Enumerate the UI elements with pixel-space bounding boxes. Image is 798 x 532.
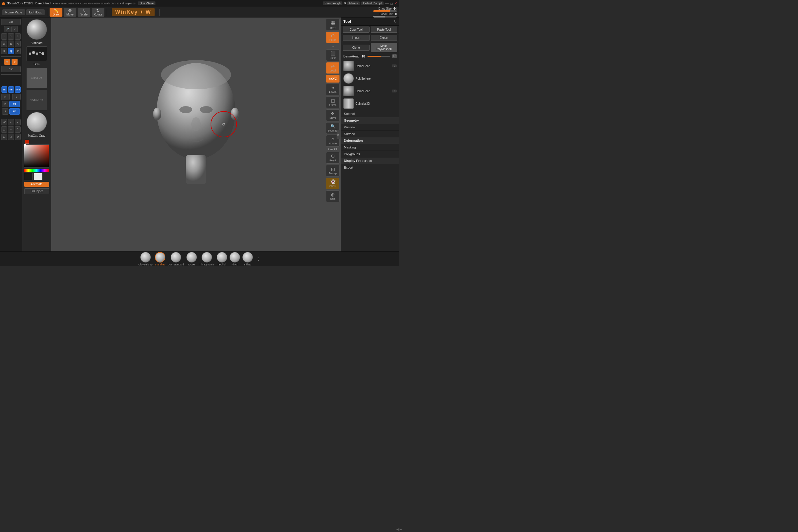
menu-item-display-properties[interactable]: Display Properties [341,157,399,164]
menus-btn[interactable]: Menus [347,1,360,5]
subtool-item-demohead2[interactable]: DemoHead 2 [342,85,398,97]
brush-item-inflate[interactable]: Inflate [242,252,253,266]
alternate-btn[interactable]: Alternate [24,182,49,187]
maximize-icon[interactable]: □ [391,1,393,5]
key-windows[interactable]: ⊞ [1,134,7,140]
key-x[interactable]: X [1,48,7,54]
key-ctrl[interactable]: ctrl [8,86,14,93]
hue-bar[interactable] [24,169,49,172]
menu-item-masking[interactable]: Masking [341,144,399,151]
key-s[interactable]: S [12,94,21,100]
key-diagonal[interactable]: ⟋ [12,26,18,32]
brush-item-claybuildup[interactable]: ClayBuildup [138,252,153,266]
right-panel-refresh-icon[interactable]: ↻ [394,20,397,24]
key-1[interactable]: 1 [1,33,7,40]
focal-shift-value[interactable]: 0 [395,13,397,16]
focal-shift-slider[interactable] [373,16,397,18]
menu-item-subtool[interactable]: Subtool [341,111,399,117]
key-f[interactable]: F [2,108,8,115]
viewport-toggle-right[interactable]: ▶ [337,130,341,139]
floor-btn[interactable]: ⬛ Floor [326,49,340,61]
key-f4[interactable]: F4 [10,101,20,107]
brush-item-pinch[interactable]: Pinch [230,252,240,266]
draw-size-slider[interactable] [373,10,397,12]
key-2[interactable]: 2 [8,33,14,40]
minimize-icon[interactable]: — [385,1,389,5]
rotate-btn[interactable]: ↻ Rotate [92,8,104,17]
key-undo[interactable]: ↺ [4,59,11,65]
key-f5[interactable]: F5 [10,108,20,115]
color-indicator-fg[interactable] [25,140,29,144]
key-lines[interactable]: ≡ [8,126,14,133]
see-through-btn[interactable]: See-through [323,1,342,5]
key-esc[interactable]: Esc [1,19,21,25]
texture-preview[interactable]: Texture Off [26,90,47,110]
key-page[interactable]: 🗋 [15,126,21,133]
color-picker[interactable] [24,139,50,180]
key-trash[interactable]: 🗑 [15,48,21,54]
key-shift[interactable]: shift [15,86,21,93]
key-instagram[interactable]: ⬡ [8,134,14,140]
key-esc2[interactable]: Esc [1,66,21,72]
lsym-btn[interactable]: ⇔ L.Sym [326,84,340,95]
ghost-btn[interactable]: 👻 Ghost [326,178,340,189]
swatch-dark[interactable] [24,173,33,180]
transp-btn[interactable]: ◱ Transp [326,165,340,176]
xyz-btn[interactable]: oXYZ [326,75,340,82]
menu-item-deformation[interactable]: Deformation [341,137,399,144]
key-redo[interactable]: ↻ [12,59,18,65]
key-q[interactable]: Q [8,48,14,54]
draw-btn[interactable]: ✏️ Draw [50,8,62,17]
import-btn[interactable]: Import [343,35,369,41]
paste-tool-btn[interactable]: Paste Tool [371,26,398,33]
key-e[interactable]: E [8,40,14,47]
key-r[interactable]: R [15,40,21,47]
script-btn[interactable]: DefaultZScript [361,1,383,5]
copy-tool-btn[interactable]: Copy Tool [343,26,369,33]
dots-preview[interactable] [26,46,47,61]
key-3[interactable]: 3 [15,33,21,40]
export-btn[interactable]: Export [371,35,398,41]
alpha-preview[interactable]: Alpha Off [26,68,47,88]
menu-item-export[interactable]: Export [341,164,399,171]
key-w[interactable]: W [1,40,7,47]
subtool-item-cylinder[interactable]: Cylinder3D [342,98,398,109]
draw-size-value[interactable]: 64 [394,7,397,10]
demohead-slider[interactable] [367,56,390,57]
home-page-btn[interactable]: Home Page [2,10,25,15]
lightbox-btn[interactable]: LightBox [26,10,45,15]
brush-item-trimdynamic[interactable]: TrimDynamic [199,252,215,266]
brush-item-move[interactable]: Move [186,252,197,266]
persp-btn[interactable]: ⬡ Persp [326,32,340,43]
brush-preview[interactable] [26,19,47,40]
clone-btn[interactable]: Clone [343,45,369,51]
key-b[interactable]: B [2,101,8,107]
menu-item-polygroups[interactable]: Polygroups [341,151,399,157]
quicksave-btn[interactable]: QuickSave [138,1,155,5]
polyf-btn[interactable]: ⬡ PolyF [326,152,340,164]
menu-item-surface[interactable]: Surface [341,131,399,137]
key-mic[interactable]: 🎤 [4,26,11,32]
solo-btn[interactable]: ◎ Solo [326,190,340,202]
swatch-light[interactable] [34,173,43,180]
bpr-btn[interactable]: ▦ BPR [326,19,340,30]
key-alt[interactable]: alt [1,86,7,93]
make-polymesh-btn[interactable]: Make PolyMesh3D [371,43,398,52]
chevron-expand-icon[interactable]: ⌄ [326,44,340,48]
color-gradient[interactable] [24,145,49,168]
r-btn[interactable]: R [392,54,397,58]
key-gear[interactable]: ⚙ [15,134,21,140]
key-canvas[interactable]: ⬚ [1,126,7,133]
brush-item-standard[interactable]: Standard [155,252,166,266]
subtool-item-demohead1[interactable]: DemoHead 2 [342,60,398,72]
viewport-canvas[interactable]: ↻ [51,18,341,251]
menu-item-preview[interactable]: Preview [341,124,399,131]
fill-object-btn[interactable]: FillObject [24,188,49,194]
key-caret-up[interactable]: ∧ [8,119,14,126]
brush-item-hpolish[interactable]: hPolish [217,252,227,266]
key-paint[interactable]: 🖌 [1,119,7,126]
key-caret-down[interactable]: ∨ [15,119,21,126]
matcap-preview[interactable] [26,112,47,132]
close-icon[interactable]: ✕ [394,1,397,5]
scale-btn[interactable]: ⤡ Scale [78,8,90,17]
